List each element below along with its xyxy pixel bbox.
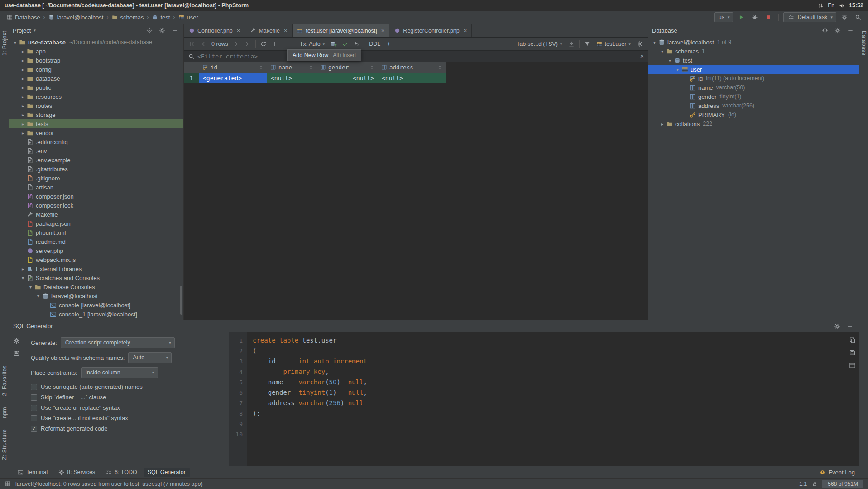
chevron-right-icon[interactable]: ▸	[19, 94, 26, 99]
project-item-env[interactable]: .env	[9, 146, 183, 155]
database-item-collations[interactable]: ▸collations222	[648, 119, 859, 128]
column-header-gender[interactable]: gender	[317, 62, 378, 73]
chevron-down-icon[interactable]: ▾	[667, 58, 673, 63]
save-code-icon[interactable]	[849, 349, 856, 356]
project-item-package-json[interactable]: package.json	[9, 219, 183, 228]
project-item-laravel-localhost[interactable]: ▾laravel@localhost	[9, 291, 183, 300]
sort-icon[interactable]	[307, 64, 314, 71]
project-item-tests[interactable]: ▸tests	[9, 119, 183, 128]
memory-indicator[interactable]: 568 of 951M	[822, 480, 863, 488]
sort-icon[interactable]	[436, 64, 443, 71]
column-header-address[interactable]: address	[378, 62, 446, 73]
panel-settings-icon[interactable]	[157, 26, 167, 35]
database-item-id[interactable]: idint(11) (auto increment)	[648, 74, 859, 83]
event-log-button[interactable]: Event Log	[828, 469, 855, 476]
database-item-address[interactable]: addressvarchar(256)	[648, 101, 859, 110]
constraints-select[interactable]: Inside column ▾	[81, 367, 158, 378]
keyboard-swap-icon[interactable]	[817, 2, 824, 9]
previous-page-icon[interactable]	[198, 39, 209, 49]
ddl-button[interactable]: DDL	[367, 41, 383, 47]
project-item-env-example[interactable]: .env.example	[9, 155, 183, 165]
reload-page-icon[interactable]	[258, 39, 269, 49]
chevron-right-icon[interactable]: ▸	[19, 58, 26, 63]
preview-code-icon[interactable]	[849, 362, 856, 369]
breadcrumb-item-user[interactable]: user	[176, 13, 200, 22]
filter-criteria-input[interactable]: <Filter criteria>	[197, 53, 258, 60]
hide-panel-icon[interactable]	[170, 26, 180, 35]
sql-code-lines[interactable]: create table test.user( id int auto_incr…	[247, 332, 859, 466]
toolwindow-tab-sql-generator[interactable]: SQL Generator	[144, 468, 190, 477]
project-item-console-laravel-localhost[interactable]: console [laravel@localhost]	[9, 300, 183, 310]
tab-close-icon[interactable]: ×	[464, 27, 467, 34]
sort-icon[interactable]	[258, 64, 264, 71]
checkbox-box[interactable]	[31, 426, 37, 432]
project-item-editorconfig[interactable]: .editorconfig	[9, 137, 183, 146]
grid-cell-name[interactable]: <null>	[267, 73, 317, 83]
database-item-schemas[interactable]: ▾schemas1	[648, 47, 859, 56]
tab-close-icon[interactable]: ×	[284, 27, 288, 34]
project-item-composer-json[interactable]: composer.json	[9, 192, 183, 201]
project-item-scratches-and-consoles[interactable]: ▾Scratches and Consoles	[9, 273, 183, 282]
project-item-routes[interactable]: ▸routes	[9, 101, 183, 110]
project-item-config[interactable]: ▸config	[9, 65, 183, 74]
chevron-down-icon[interactable]: ▾	[12, 40, 19, 45]
editor-tab-test-user-laravel-localhost[interactable]: test.user [laravel@localhost]×	[293, 24, 390, 37]
grid-cell-address[interactable]: <null>	[378, 73, 446, 83]
checkbox-box[interactable]	[31, 384, 37, 390]
toolwindow-button-z-structure[interactable]: Z: Structure	[1, 426, 8, 463]
chevron-right-icon[interactable]: ▸	[19, 76, 26, 81]
project-item-database[interactable]: ▸database	[9, 74, 183, 83]
grid-row-1[interactable]: 1<generated><null><null><null>	[184, 73, 648, 83]
column-header-name[interactable]: name	[267, 62, 317, 73]
generate-select[interactable]: Creation script completely ▾	[61, 337, 175, 348]
project-item-gitattributes[interactable]: .gitattributes	[9, 165, 183, 174]
project-item-composer-lock[interactable]: composer.lock	[9, 201, 183, 210]
toolwindow-button-2-favorites[interactable]: 2: Favorites	[1, 362, 8, 399]
project-scrollbar-thumb[interactable]	[180, 286, 182, 315]
sort-icon[interactable]	[369, 64, 375, 71]
panel-settings-icon[interactable]	[832, 322, 842, 331]
submit-changes-icon[interactable]	[328, 39, 339, 49]
grid-settings-icon[interactable]	[634, 39, 645, 49]
chevron-right-icon[interactable]: ▸	[19, 103, 26, 108]
toolwindow-tab-terminal[interactable]: Terminal	[13, 468, 52, 477]
database-item-user[interactable]: ▾user	[648, 65, 859, 74]
locate-object-icon[interactable]	[820, 26, 830, 35]
option-use-surrogate-auto-generated-names[interactable]: Use surrogate (auto-generated) names	[31, 383, 222, 390]
toolwindow-tab-8-services[interactable]: 8: Services	[54, 468, 99, 477]
project-item-app[interactable]: ▸app	[9, 47, 183, 56]
option-reformat-generated-code[interactable]: Reformat generated code	[31, 425, 222, 432]
chevron-right-icon[interactable]: ▸	[19, 85, 26, 90]
chevron-down-icon[interactable]: ▾	[27, 285, 34, 290]
toolwindow-button-npm[interactable]: npm	[1, 404, 8, 421]
chevron-down-icon[interactable]: ▾	[659, 49, 666, 54]
caret-position[interactable]: 1:1	[799, 481, 807, 487]
project-item-public[interactable]: ▸public	[9, 83, 183, 92]
chevron-right-icon[interactable]: ▸	[19, 121, 26, 126]
chevron-down-icon[interactable]: ▾	[651, 40, 658, 45]
first-page-icon[interactable]	[187, 39, 197, 49]
keyboard-layout-indicator[interactable]: En	[828, 2, 834, 9]
checkbox-box[interactable]	[31, 405, 37, 411]
chevron-right-icon[interactable]: ▸	[19, 49, 26, 54]
chevron-down-icon[interactable]: ▾	[34, 28, 36, 33]
breadcrumb-item-schemas[interactable]: schemas	[110, 13, 145, 22]
toolwindow-switcher-icon[interactable]	[5, 481, 11, 487]
project-item-storage[interactable]: ▸storage	[9, 110, 183, 119]
database-item-test[interactable]: ▾test	[648, 56, 859, 65]
project-item-gitignore[interactable]: .gitignore	[9, 174, 183, 183]
project-item-external-libraries[interactable]: ▸External Libraries	[9, 264, 183, 273]
toolwindow-button-project[interactable]: 1: Project	[1, 28, 8, 59]
chevron-down-icon[interactable]: ▾	[674, 67, 681, 72]
chevron-down-icon[interactable]: ▾	[19, 276, 26, 281]
toolwindow-button-database[interactable]: Database	[861, 28, 867, 59]
project-item-console-1-laravel-localhost[interactable]: console_1 [laravel@localhost]	[9, 310, 183, 319]
toolwindow-tab-6-todo[interactable]: 6: TODO	[101, 468, 141, 477]
last-page-icon[interactable]	[242, 39, 253, 49]
chevron-right-icon[interactable]: ▸	[19, 67, 26, 72]
database-item-name[interactable]: namevarchar(50)	[648, 83, 859, 92]
project-item-extensions[interactable]: ▸Extensions	[9, 319, 183, 320]
delete-row-icon[interactable]	[281, 39, 292, 49]
close-filter-icon[interactable]: ×	[640, 53, 644, 59]
run-config-selector[interactable]: us ▾	[714, 12, 734, 22]
